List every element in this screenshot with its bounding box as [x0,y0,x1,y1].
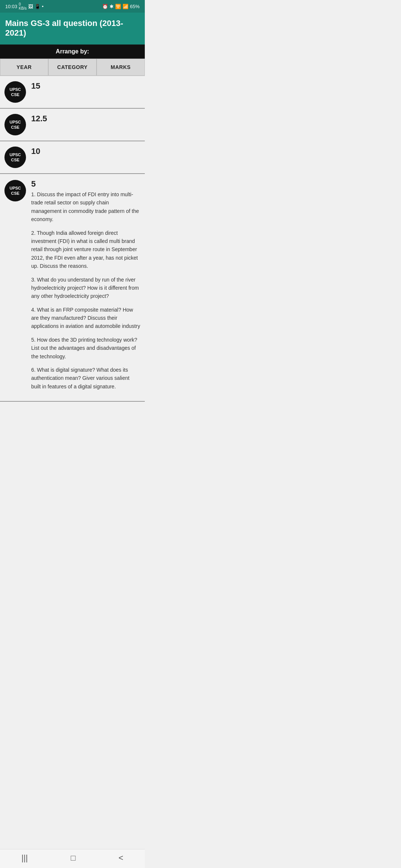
marks-list: UPSCCSE 15 UPSCCSE 12.5 UPSCCSE 10 UPSCC… [0,76,145,402]
question-item: 1. Discuss the impact of FDI entry into … [31,190,140,224]
battery-display: 65% [130,4,140,9]
question-item: 6. What is digital signature? What does … [31,366,140,391]
dot-indicator: • [42,4,44,9]
status-left: 10:03 0KB/s 🖼 📱 • [5,2,43,10]
avatar: UPSCCSE [4,147,26,168]
marks-value: 15 [31,81,140,91]
question-item: 5. How does the 3D printing technology w… [31,336,140,361]
item-content: 15 [26,81,140,92]
question-item: 4. What is an FRP composite material? Ho… [31,306,140,331]
item-content: 10 [26,147,140,158]
whatsapp-icon: 📱 [35,4,40,9]
questions-list: 1. Discuss the impact of FDI entry into … [31,190,140,391]
kb-indicator: 0KB/s [19,2,27,10]
marks-value: 10 [31,147,140,156]
question-item: 3. What do you understand by run of the … [31,276,140,300]
marks-value: 5 [31,179,140,189]
status-bar: 10:03 0KB/s 🖼 📱 • ⏰ ✱ 🛜 📶 65% [0,0,145,13]
list-item[interactable]: UPSCCSE 15 [0,76,145,109]
question-item: 2. Though India allowed foreign direct i… [31,229,140,270]
time-display: 10:03 [5,4,17,9]
bluetooth-icon: ✱ [110,4,114,9]
list-item[interactable]: UPSCCSE 5 1. Discuss the impact of FDI e… [0,174,145,402]
marks-value: 12.5 [31,114,140,124]
avatar: UPSCCSE [4,114,26,135]
arrange-by-label: Arrange by: [56,48,89,55]
wifi-icon: 🛜 [115,4,121,9]
list-item[interactable]: UPSCCSE 10 [0,141,145,174]
list-item[interactable]: UPSCCSE 12.5 [0,109,145,141]
sort-by-year-button[interactable]: YEAR [0,59,48,76]
app-header: Mains GS-3 all question (2013-2021) [0,13,145,45]
status-right: ⏰ ✱ 🛜 📶 65% [102,4,140,9]
sort-by-marks-button[interactable]: MARKS [97,59,145,76]
signal-icon: 📶 [123,4,128,9]
sort-by-category-button[interactable]: CATEGORY [48,59,97,76]
arrange-by-bar: Arrange by: [0,45,145,59]
image-icon: 🖼 [28,4,33,9]
avatar: UPSCCSE [4,180,26,201]
page-title: Mains GS-3 all question (2013-2021) [5,19,140,38]
item-content: 5 1. Discuss the impact of FDI entry int… [26,179,140,396]
avatar: UPSCCSE [4,81,26,103]
item-content: 12.5 [26,114,140,125]
sort-buttons-container: YEAR CATEGORY MARKS [0,59,145,76]
alarm-icon: ⏰ [102,4,108,9]
